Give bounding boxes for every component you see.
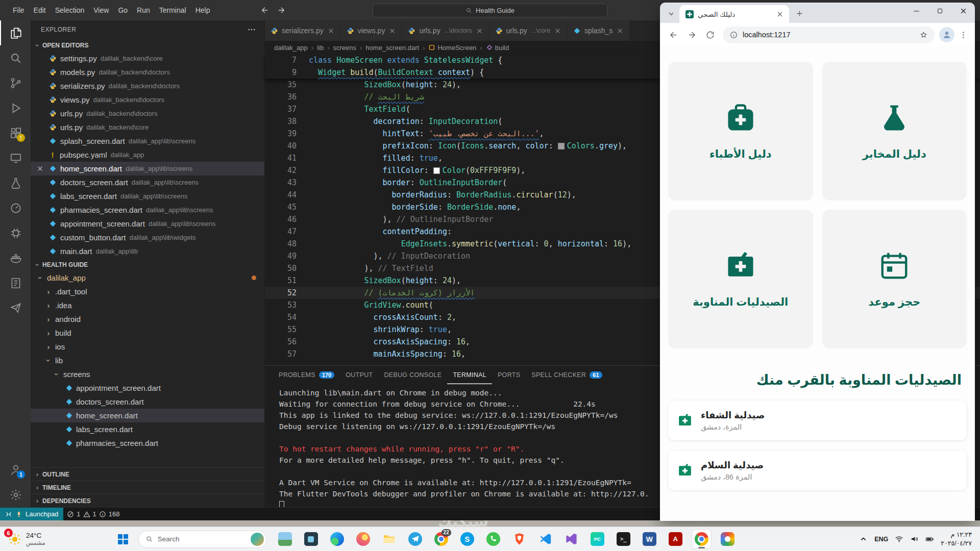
breadcrumb-item[interactable]: dalilak_app [274,44,308,52]
open-editor-item[interactable]: home_screen.dartdalilak_app\lib\screens [31,162,264,176]
taskbar-app-acrobat[interactable]: A [666,529,685,549]
menu-file[interactable]: File [8,4,29,16]
close-tab-icon[interactable] [476,27,483,35]
taskbar-app-firefox[interactable] [353,529,373,549]
taskbar-app-file-explorer[interactable] [379,529,399,549]
editor-tab-urls.py[interactable]: urls.py...\core [489,20,568,41]
forward-icon[interactable] [277,6,286,15]
back-icon[interactable] [260,6,270,15]
activity-source-control[interactable] [0,70,31,95]
close-file-icon[interactable] [36,165,44,172]
close-tab-icon[interactable] [388,27,396,35]
profile-avatar[interactable] [939,27,954,42]
close-button[interactable] [951,3,975,19]
browser-reload-button[interactable] [702,27,718,43]
breadcrumb-item[interactable]: build [486,44,509,52]
activity-accounts[interactable]: 1 [0,457,31,482]
tree-item[interactable]: pharmacies_screen.dart [31,436,264,450]
menu-terminal[interactable]: Terminal [155,4,191,16]
activity-docker[interactable] [0,245,31,270]
service-card-labs[interactable]: دليل المخابر [822,62,967,201]
taskbar-app-skype[interactable]: S [457,529,477,549]
editor-tab-views.py[interactable]: views.py [341,20,403,41]
activity-settings[interactable] [0,482,31,507]
panel-tab-debug-console[interactable]: DEBUG CONSOLE [378,366,447,384]
activity-live-preview[interactable] [0,195,31,220]
volume-icon[interactable] [910,535,919,543]
taskbar-app-edge[interactable] [327,529,347,549]
taskbar-app-whatsapp[interactable] [483,529,503,549]
open-editor-item[interactable]: custom_button.dartdalilak_app\lib\widget… [31,231,264,244]
activity-testing[interactable] [0,170,31,195]
close-file-icon[interactable] [36,68,44,76]
close-file-icon[interactable] [36,55,44,62]
activity-run-debug[interactable] [0,95,31,120]
close-tab-icon[interactable] [554,27,561,35]
menu-selection[interactable]: Selection [51,4,89,16]
open-editors-header[interactable]: › OPEN EDITORS [31,39,264,52]
menu-go[interactable]: Go [113,4,132,16]
new-tab-button[interactable] [792,6,806,20]
tree-item[interactable]: doctors_screen.dart [31,395,264,409]
menu-help[interactable]: Help [191,4,215,16]
open-editor-item[interactable]: models.pydalilak_backend\doctors [31,65,264,79]
breadcrumb-item[interactable]: HomeScreen [428,44,476,52]
tree-item[interactable]: labs_screen.dart [31,422,264,436]
taskbar-clock[interactable]: ١٢:٢٣ م ٢٠٢٥/٠٤/٢٧ [941,531,972,547]
tree-item[interactable]: ›dalilak_app [31,271,264,285]
close-file-icon[interactable] [36,151,44,159]
taskbar-app-chrome[interactable]: 22 [431,529,451,549]
site-info-icon[interactable] [729,31,738,39]
sidebar-section-dependencies[interactable]: ›DEPENDENCIES [31,494,264,507]
close-file-icon[interactable] [36,96,44,104]
sidebar-section-outline[interactable]: ›OUTLINE [31,467,264,481]
taskbar-app-pycharm[interactable]: PC [587,529,607,549]
open-editor-item[interactable]: serializers.pydalilak_backend\doctors [31,79,264,93]
editor-tab-splash_s[interactable]: splash_s [568,20,630,41]
menu-view[interactable]: View [89,4,113,16]
tree-item[interactable]: ›.dart_tool [31,285,264,298]
taskbar-app-terminal[interactable]: >_ [614,529,633,549]
tree-item[interactable]: ›ios [31,340,264,354]
close-file-icon[interactable] [36,110,44,117]
tree-item[interactable]: appointment_screen.dart [31,381,264,395]
breadcrumb-item[interactable]: lib [317,44,324,52]
tray-chevron-icon[interactable] [859,535,868,543]
pharmacy-list-item[interactable]: صيدلية الشفاءالمزة، دمشق [668,400,967,440]
menu-run[interactable]: Run [132,4,155,16]
bookmark-star-icon[interactable] [919,31,928,39]
close-file-icon[interactable] [36,206,44,214]
tree-item[interactable]: ›screens [31,367,264,381]
open-editor-item[interactable]: appointment_screen.dartdalilak_app\lib\s… [31,217,264,231]
close-tab-icon[interactable] [776,10,784,18]
taskbar-app-widgets[interactable] [301,529,321,549]
menu-edit[interactable]: Edit [29,4,51,16]
maximize-button[interactable] [928,3,951,19]
tab-search-button[interactable] [664,7,678,21]
browser-forward-button[interactable] [683,27,700,43]
activity-extensions[interactable]: ! [0,120,31,145]
more-actions-icon[interactable] [247,25,256,34]
panel-tab-problems[interactable]: PROBLEMS170 [273,366,340,384]
taskbar-app-telegram[interactable] [405,529,425,549]
activity-search[interactable] [0,45,31,70]
open-editor-item[interactable]: labs_screen.dartdalilak_app\lib\screens [31,189,264,203]
taskbar-app-photos[interactable] [718,529,738,549]
close-file-icon[interactable] [36,82,44,90]
open-editor-item[interactable]: !pubspec.yamldalilak_app [31,148,264,162]
taskbar-app-brave[interactable] [509,529,529,549]
minimize-button[interactable] [904,3,928,19]
panel-tab-output[interactable]: OUTPUT [340,366,378,384]
editor-tab-urls.py[interactable]: urls.py...\doctors [402,20,489,41]
activity-remote-explorer[interactable] [0,145,31,170]
taskbar-app-word[interactable]: W [640,529,659,549]
tree-item[interactable]: ›lib [31,354,264,367]
start-button[interactable] [113,529,133,549]
pharmacy-list-item[interactable]: صيدلية السلامالمزة 86، دمشق [668,450,967,490]
language-indicator[interactable]: ENG [874,536,888,543]
close-file-icon[interactable] [36,123,44,131]
browser-tab[interactable]: دليلك الصحي [679,5,789,23]
close-file-icon[interactable] [36,234,44,241]
browser-tabstrip[interactable]: دليلك الصحي [660,3,975,23]
open-editor-item[interactable]: urls.pydalilak_backend\core [31,120,264,134]
